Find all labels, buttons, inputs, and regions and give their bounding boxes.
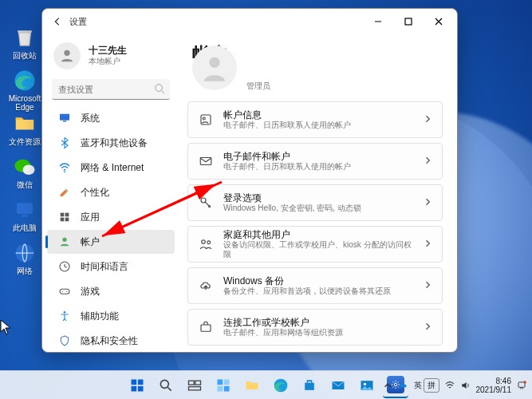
time-icon [58, 260, 71, 273]
task-photos-button[interactable] [354, 373, 380, 398]
card-title: 家庭和其他用户 [223, 229, 413, 240]
chevron-right-icon [423, 237, 432, 251]
desktop-icon-folder[interactable]: 文件资源 [3, 110, 46, 150]
desktop-icon-label: Microsoft Edge [9, 94, 41, 112]
card-signin[interactable]: 登录选项Windows Hello, 安全密钥, 密码, 动态锁 [187, 184, 443, 221]
close-button[interactable] [424, 10, 454, 34]
svg-point-19 [62, 291, 63, 292]
svg-rect-33 [137, 379, 143, 385]
chevron-right-icon [423, 154, 432, 168]
svg-rect-35 [137, 385, 143, 391]
network-icon [58, 161, 71, 174]
svg-rect-4 [22, 215, 28, 217]
maximize-button[interactable] [393, 10, 424, 34]
task-view-button[interactable] [182, 373, 207, 398]
nav-item-gaming[interactable]: 游戏 [47, 279, 175, 303]
task-store-button[interactable] [297, 373, 322, 398]
ime-indicator[interactable]: 英 拼 [414, 378, 439, 393]
card-title: 连接工作或学校帐户 [223, 317, 413, 328]
nav-item-apps[interactable]: 应用 [47, 205, 175, 229]
desktop-icon-label: 此电脑 [13, 223, 37, 232]
personalize-icon [58, 186, 71, 199]
card-sub: 电子邮件、日历和联系人使用的帐户 [223, 162, 413, 172]
task-mail-button[interactable] [325, 373, 351, 398]
svg-rect-39 [188, 386, 200, 389]
nav-item-privacy[interactable]: 隐私和安全性 [47, 329, 175, 352]
task-search-button[interactable] [153, 373, 179, 398]
nav-item-bluetooth[interactable]: 蓝牙和其他设备 [47, 131, 175, 155]
task-widgets-button[interactable] [211, 373, 236, 398]
nav-item-accounts[interactable]: 帐户 [47, 230, 175, 254]
svg-rect-37 [188, 381, 194, 385]
card-info[interactable]: 帐户信息电子邮件、日历和联系人使用的帐户 [187, 101, 443, 138]
svg-point-36 [160, 380, 168, 388]
svg-rect-10 [63, 120, 66, 121]
svg-point-50 [523, 381, 526, 384]
svg-point-28 [207, 241, 211, 244]
chevron-right-icon [423, 320, 432, 334]
svg-rect-41 [223, 379, 229, 385]
svg-point-7 [64, 50, 69, 56]
account-hero: 十三先生 管理员 [192, 66, 443, 92]
onedrive-icon[interactable] [398, 380, 409, 391]
nav-label: 蓝牙和其他设备 [81, 136, 148, 150]
desktop-icon-wechat[interactable]: 微信 [3, 153, 46, 193]
nav-label: 时间和语言 [81, 260, 128, 274]
clock[interactable]: 8:46 2021/9/11 [476, 377, 512, 394]
card-email[interactable]: 电子邮件和帐户电子邮件、日历和联系人使用的帐户 [187, 143, 443, 180]
svg-rect-12 [61, 213, 65, 217]
card-family[interactable]: 家庭和其他用户设备访问权限、工作或学校用户、kiosk 分配的访问权限 [187, 226, 443, 263]
desktop-icon-edge[interactable]: Microsoft Edge [3, 67, 46, 107]
task-explorer-button[interactable] [239, 373, 265, 398]
folder-icon [13, 112, 37, 136]
nav-item-personalize[interactable]: 个性化 [47, 180, 175, 204]
nav-item-network[interactable]: 网络 & Internet [47, 156, 175, 180]
family-icon [198, 236, 214, 252]
cards-list: 帐户信息电子邮件、日历和联系人使用的帐户电子邮件和帐户电子邮件、日历和联系人使用… [187, 101, 443, 346]
svg-point-21 [64, 311, 66, 314]
nav-item-accessibility[interactable]: 辅助功能 [47, 304, 175, 328]
svg-rect-32 [131, 379, 136, 385]
minimize-button[interactable] [363, 10, 393, 34]
pc-icon [13, 198, 37, 222]
svg-rect-38 [195, 381, 200, 385]
profile-name: 十三先生 [89, 45, 127, 56]
svg-point-11 [64, 171, 65, 172]
search-input[interactable] [52, 79, 170, 100]
card-title: 登录选项 [223, 192, 413, 203]
svg-point-22 [209, 57, 219, 68]
desktop-icon-thispc[interactable]: 此电脑 [3, 196, 46, 236]
card-work[interactable]: 连接工作或学校帐户电子邮件、应用和网络等组织资源 [187, 309, 443, 346]
svg-point-26 [201, 198, 206, 203]
back-button[interactable] [45, 16, 69, 27]
profile-block[interactable]: 十三先生 本地帐户 [42, 38, 179, 77]
nav-item-system[interactable]: 系统 [47, 106, 175, 130]
cursor-icon [0, 319, 11, 335]
volume-icon[interactable] [460, 380, 471, 391]
nav-item-time[interactable]: 时间和语言 [47, 255, 175, 279]
work-icon [198, 319, 214, 335]
svg-rect-25 [200, 158, 211, 165]
notifications-icon[interactable] [516, 380, 527, 391]
search-box[interactable] [52, 79, 170, 100]
titlebar[interactable]: 设置 [42, 9, 457, 34]
desktop-icon-recycle-bin[interactable]: 回收站 [3, 24, 46, 64]
chevron-right-icon [423, 196, 432, 210]
gaming-icon [58, 285, 71, 298]
card-sub: Windows Hello, 安全密钥, 密码, 动态锁 [223, 203, 413, 213]
tray-chevron-icon[interactable] [382, 380, 393, 391]
svg-rect-18 [60, 289, 69, 294]
svg-point-2 [23, 165, 35, 176]
wifi-icon[interactable] [444, 380, 455, 391]
desktop-icon-label: 文件资源 [9, 137, 41, 146]
card-backup[interactable]: Windows 备份备份文件、应用和首选项，以便跨设备将其还原 [187, 267, 443, 304]
desktop-icon-network[interactable]: 网络 [3, 239, 46, 279]
time-text: 8:46 [476, 377, 512, 385]
globe-icon [13, 241, 37, 265]
profile-sub: 本地帐户 [89, 56, 127, 67]
info-icon [198, 112, 214, 128]
task-edge-button[interactable] [268, 373, 294, 398]
start-button[interactable] [124, 373, 150, 398]
svg-rect-6 [405, 18, 412, 25]
nav-label: 隐私和安全性 [81, 334, 138, 348]
